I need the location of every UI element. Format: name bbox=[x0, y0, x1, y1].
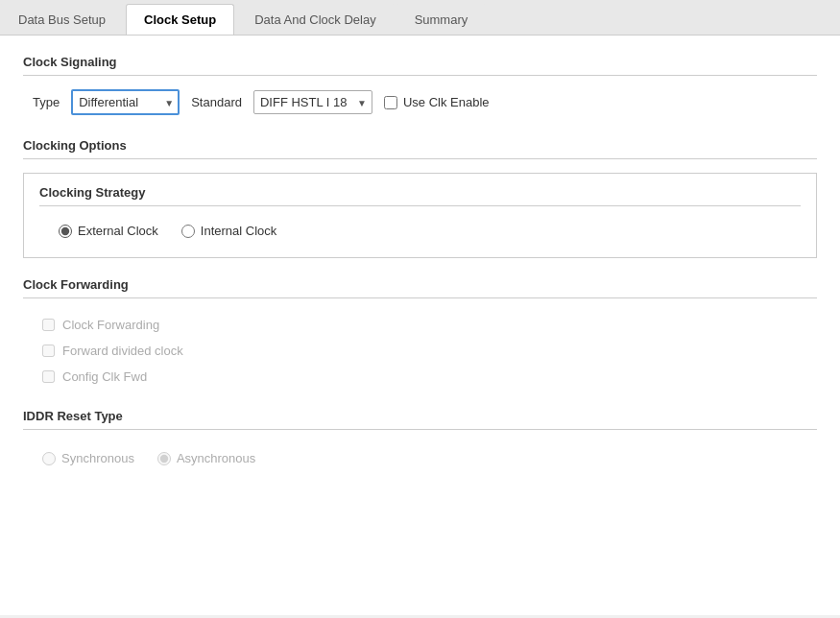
iddr-reset-section: IDDR Reset Type Synchronous Asynchronous bbox=[23, 409, 817, 473]
iddr-reset-title: IDDR Reset Type bbox=[23, 409, 817, 423]
type-select[interactable]: Differential Single-Ended bbox=[71, 89, 180, 115]
type-label: Type bbox=[33, 95, 60, 109]
main-content: Clock Signaling Type Differential Single… bbox=[0, 36, 840, 615]
clock-signaling-section: Clock Signaling Type Differential Single… bbox=[23, 55, 817, 115]
tab-clock-setup[interactable]: Clock Setup bbox=[126, 4, 234, 35]
config-clk-fwd-checkbox[interactable] bbox=[42, 370, 55, 383]
clock-forwarding-item-label: Clock Forwarding bbox=[62, 318, 159, 332]
tab-data-bus-setup[interactable]: Data Bus Setup bbox=[0, 4, 124, 35]
tab-bar: Data Bus Setup Clock Setup Data And Cloc… bbox=[0, 0, 840, 36]
config-clk-fwd-item: Config Clk Fwd bbox=[23, 364, 817, 390]
clock-signaling-divider bbox=[23, 75, 817, 76]
standard-label: Standard bbox=[191, 95, 242, 109]
synchronous-radio[interactable] bbox=[42, 452, 56, 465]
clock-forwarding-checkbox[interactable] bbox=[42, 319, 55, 331]
clocking-options-title: Clocking Options bbox=[23, 138, 817, 153]
clocking-options-section: Clocking Options Clocking Strategy Exter… bbox=[23, 138, 817, 258]
forward-divided-clock-item: Forward divided clock bbox=[23, 338, 817, 364]
asynchronous-label[interactable]: Asynchronous bbox=[157, 451, 255, 465]
tab-summary[interactable]: Summary bbox=[396, 4, 487, 35]
clock-forwarding-divider bbox=[23, 297, 817, 298]
clock-forwarding-item: Clock Forwarding bbox=[23, 312, 817, 338]
internal-clock-radio[interactable] bbox=[181, 225, 195, 238]
clocking-strategy-title: Clocking Strategy bbox=[39, 185, 801, 206]
iddr-reset-divider bbox=[23, 429, 817, 430]
standard-select-wrapper: DIFF HSTL I 18 DIFF SSTL 18 LVDS ▼ bbox=[253, 90, 372, 114]
clocking-strategy-radio-group: External Clock Internal Clock bbox=[39, 216, 801, 246]
asynchronous-radio[interactable] bbox=[157, 452, 171, 465]
clock-forwarding-section: Clock Forwarding Clock Forwarding Forwar… bbox=[23, 277, 817, 390]
clock-forwarding-title: Clock Forwarding bbox=[23, 277, 817, 292]
tab-data-and-clock-delay[interactable]: Data And Clock Delay bbox=[236, 4, 394, 35]
type-select-wrapper: Differential Single-Ended ▼ bbox=[71, 89, 180, 115]
internal-clock-label[interactable]: Internal Clock bbox=[181, 224, 276, 238]
external-clock-label[interactable]: External Clock bbox=[59, 224, 158, 238]
forward-divided-clock-item-label: Forward divided clock bbox=[62, 344, 183, 358]
use-clk-enable-label[interactable]: Use Clk Enable bbox=[384, 95, 490, 109]
iddr-reset-radio-group: Synchronous Asynchronous bbox=[23, 443, 817, 473]
signaling-row: Type Differential Single-Ended ▼ Standar… bbox=[23, 89, 817, 115]
use-clk-enable-checkbox[interactable] bbox=[384, 96, 397, 109]
external-clock-radio[interactable] bbox=[59, 225, 72, 238]
config-clk-fwd-item-label: Config Clk Fwd bbox=[62, 369, 147, 384]
standard-select[interactable]: DIFF HSTL I 18 DIFF SSTL 18 LVDS bbox=[253, 90, 372, 114]
forward-divided-clock-checkbox[interactable] bbox=[42, 345, 55, 357]
clock-signaling-title: Clock Signaling bbox=[23, 55, 817, 69]
synchronous-label[interactable]: Synchronous bbox=[42, 451, 134, 465]
clocking-options-divider bbox=[23, 158, 817, 159]
clocking-strategy-subsection: Clocking Strategy External Clock Interna… bbox=[23, 173, 817, 258]
